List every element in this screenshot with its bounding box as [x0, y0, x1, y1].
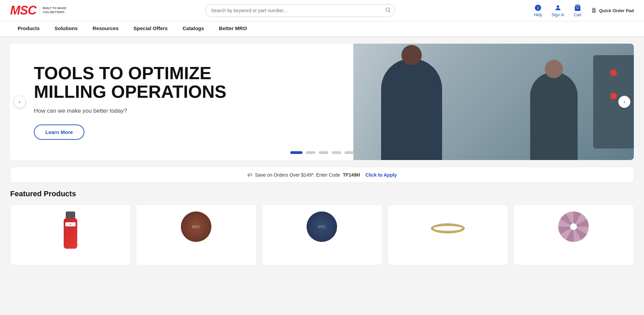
promo-bar: 🏷 Save on Orders Over $149*. Enter Code … — [10, 167, 634, 183]
product-card-1[interactable]: M — [10, 204, 130, 265]
cart-action[interactable]: Cart — [574, 4, 582, 17]
logo-msc[interactable]: MSC — [10, 3, 36, 18]
quick-order-pad[interactable]: Quick Order Pad — [591, 7, 634, 14]
featured-products-section: Featured Products M — [0, 189, 644, 279]
nav-item-special-offers[interactable]: Special Offers — [126, 21, 175, 36]
hero-image — [353, 44, 634, 160]
nav-item-products[interactable]: Products — [10, 21, 47, 36]
promo-text: Save on Orders Over $149*. Enter Code — [255, 172, 340, 178]
product-card-2[interactable] — [136, 204, 256, 265]
cart-label: Cart — [574, 13, 582, 17]
carousel-dot-2[interactable] — [306, 151, 315, 154]
signin-action[interactable]: Sign In — [552, 4, 564, 17]
tool-head — [66, 211, 75, 219]
search-input[interactable] — [205, 4, 395, 17]
svg-text:i: i — [537, 5, 539, 10]
person-silhouette-2 — [530, 72, 578, 160]
nav-bar: Products Solutions Resources Special Off… — [0, 21, 644, 37]
product-card-5[interactable] — [514, 204, 634, 265]
header: MSC BUILT TO MAKEYOU BETTER® i Help Sign… — [0, 0, 644, 21]
search-icon — [385, 7, 391, 13]
hero-banner: TOOLS TO OPTIMIZEMILLING OPERATIONS How … — [10, 44, 634, 160]
user-icon — [554, 4, 562, 12]
product-image-1: M — [55, 211, 86, 249]
help-action[interactable]: i Help — [534, 4, 542, 17]
signin-label: Sign In — [552, 13, 564, 17]
help-label: Help — [534, 13, 542, 17]
svg-point-0 — [386, 8, 390, 12]
hero-title: TOOLS TO OPTIMIZEMILLING OPERATIONS — [34, 64, 330, 101]
svg-line-1 — [389, 11, 390, 12]
header-actions: i Help Sign In Cart — [534, 4, 634, 17]
product-image-4 — [431, 223, 465, 233]
featured-title: Featured Products — [10, 189, 634, 198]
hero-content: TOOLS TO OPTIMIZEMILLING OPERATIONS How … — [10, 44, 353, 160]
promo-apply-link[interactable]: Click to Apply — [366, 172, 397, 178]
clipboard-icon — [591, 7, 597, 14]
tag-icon: 🏷 — [247, 172, 252, 178]
product-card-3[interactable] — [262, 204, 382, 265]
product-image-2 — [181, 211, 211, 242]
hero-subtitle: How can we make you better today? — [34, 108, 330, 114]
logo-area: MSC BUILT TO MAKEYOU BETTER® — [10, 3, 66, 18]
carousel-dots — [290, 151, 354, 154]
promo-code: TF149H — [343, 172, 360, 178]
quick-order-label: Quick Order Pad — [599, 8, 634, 13]
carousel-dot-5[interactable] — [345, 151, 354, 154]
carousel-dot-4[interactable] — [332, 151, 341, 154]
nav-item-better-mro[interactable]: Better MRO — [211, 21, 254, 36]
hero-learn-more-button[interactable]: Learn More — [34, 125, 84, 140]
carousel-dot-1[interactable] — [290, 151, 303, 154]
cart-icon — [574, 4, 581, 12]
product-card-4[interactable] — [388, 204, 508, 265]
search-button[interactable] — [385, 7, 391, 14]
carousel-dot-3[interactable] — [319, 151, 328, 154]
tool-logo: M — [65, 222, 76, 226]
nav-item-resources[interactable]: Resources — [85, 21, 126, 36]
svg-point-4 — [557, 5, 559, 7]
nav-item-solutions[interactable]: Solutions — [47, 21, 85, 36]
tool-body: M — [64, 218, 77, 249]
product-image-3 — [307, 211, 337, 242]
carousel-prev-arrow[interactable]: ‹ — [14, 96, 26, 108]
logo-tagline: BUILT TO MAKEYOU BETTER® — [40, 6, 66, 14]
carousel-next-arrow[interactable]: › — [618, 96, 630, 108]
product-image-5 — [558, 211, 589, 242]
svg-rect-7 — [593, 8, 595, 9]
search-bar — [205, 4, 395, 17]
nav-item-catalogs[interactable]: Catalogs — [175, 21, 211, 36]
help-icon: i — [534, 4, 542, 12]
svg-rect-6 — [592, 8, 596, 13]
products-grid: M — [10, 204, 634, 265]
person-silhouette-1 — [381, 59, 442, 160]
